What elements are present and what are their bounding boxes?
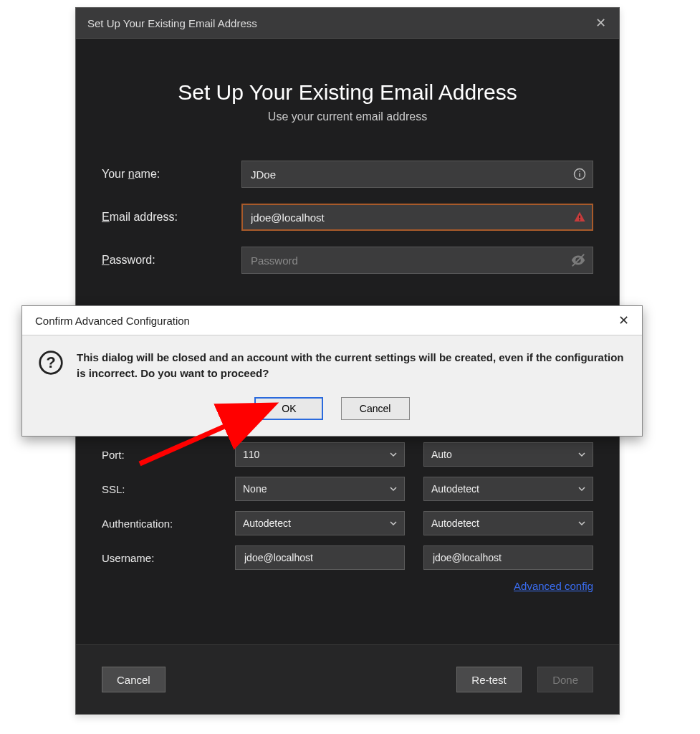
warning-icon (573, 211, 586, 224)
incoming-username-input[interactable] (235, 545, 405, 570)
chevron-down-icon (390, 451, 397, 458)
svg-point-2 (579, 171, 580, 173)
incoming-auth-select[interactable]: Autodetect (235, 511, 405, 535)
label-ssl: SSL: (102, 483, 216, 495)
popup-cancel-button[interactable]: Cancel (341, 397, 410, 420)
page-heading: Set Up Your Existing Email Address (102, 80, 593, 105)
ok-button[interactable]: OK (254, 397, 323, 420)
label-auth: Authentication: (102, 518, 216, 530)
popup-titlebar: Confirm Advanced Configuration ✕ (22, 306, 642, 335)
incoming-ssl-select[interactable]: None (235, 477, 405, 501)
label-username: Username: (102, 552, 216, 564)
eye-slash-icon[interactable] (570, 252, 586, 268)
info-icon[interactable] (573, 168, 586, 181)
email-input[interactable] (241, 204, 593, 231)
svg-rect-3 (579, 216, 580, 219)
close-icon[interactable]: ✕ (615, 310, 632, 331)
row-name: Your name: (102, 161, 593, 188)
popup-message: This dialog will be closed and an accoun… (77, 350, 626, 381)
chevron-down-icon (578, 485, 585, 492)
label-name: Your name: (102, 168, 241, 181)
password-input[interactable] (241, 247, 593, 274)
cancel-button[interactable]: Cancel (102, 667, 166, 692)
window-title: Set Up Your Existing Email Address (87, 17, 257, 29)
chevron-down-icon (390, 485, 397, 492)
popup-title-text: Confirm Advanced Configuration (35, 315, 190, 327)
svg-rect-4 (579, 219, 580, 221)
outgoing-port-select[interactable]: Auto (423, 442, 593, 467)
chevron-down-icon (578, 451, 585, 458)
advanced-config-link[interactable]: Advanced config (514, 580, 593, 592)
retest-button[interactable]: Re-test (456, 667, 521, 692)
titlebar: Set Up Your Existing Email Address ✕ (76, 8, 619, 39)
footer-bar: Cancel Re-test Done (76, 644, 619, 714)
page-subheading: Use your current email address (102, 110, 593, 123)
chevron-down-icon (578, 520, 585, 527)
outgoing-username-input[interactable] (423, 545, 593, 570)
outgoing-auth-select[interactable]: Autodetect (423, 511, 593, 535)
popup-body: ? This dialog will be closed and an acco… (22, 335, 642, 389)
label-password: Password: (102, 254, 241, 267)
incoming-port-select[interactable]: 110 (235, 442, 405, 467)
question-icon: ? (38, 350, 64, 376)
label-port: Port: (102, 449, 216, 461)
close-icon[interactable]: ✕ (593, 12, 609, 34)
name-input[interactable] (241, 161, 593, 188)
label-email: Email address: (102, 211, 241, 224)
outgoing-ssl-select[interactable]: Autodetect (423, 477, 593, 501)
popup-button-row: OK Cancel (22, 389, 642, 436)
done-button[interactable]: Done (537, 667, 593, 692)
svg-text:?: ? (46, 353, 55, 371)
row-email: Email address: (102, 204, 593, 231)
confirm-advanced-dialog: Confirm Advanced Configuration ✕ ? This … (21, 305, 643, 437)
row-password: Password: (102, 247, 593, 274)
chevron-down-icon (390, 520, 397, 527)
